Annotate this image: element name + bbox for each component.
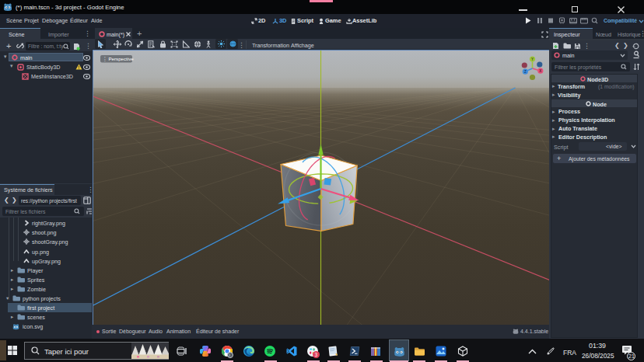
svg-text:X: X (539, 68, 541, 72)
svg-text:⋮ Perspective: ⋮ Perspective (102, 56, 134, 61)
svg-text:Z: Z (523, 69, 526, 73)
svg-text:Y: Y (530, 57, 533, 61)
